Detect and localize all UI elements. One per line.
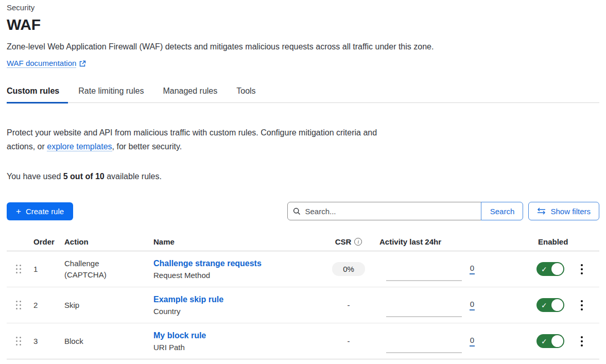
info-icon[interactable]: i: [354, 238, 362, 246]
table-row: 3 Block My block rule URI Path - 0 ✓: [7, 323, 599, 359]
table-row: 2 Skip Example skip rule Country - 0 ✓: [7, 287, 599, 323]
csr-value: -: [348, 301, 350, 309]
toolbar: + Create rule Search: [7, 202, 599, 220]
intro-after: , for better security.: [112, 142, 182, 151]
activity-count-link[interactable]: 0: [470, 336, 475, 346]
rule-order: 1: [33, 265, 64, 273]
tab-bar: Custom rules Rate limiting rules Managed…: [7, 86, 599, 103]
col-csr: CSR: [335, 237, 352, 246]
breadcrumb: Security: [7, 3, 599, 12]
kebab-menu-icon[interactable]: [577, 298, 587, 313]
rule-name-link[interactable]: Challenge strange requests: [153, 259, 318, 268]
toggle-knob: [551, 335, 563, 347]
rule-match-field: URI Path: [153, 343, 318, 352]
col-activity: Activity last 24hr: [379, 237, 482, 246]
activity-sparkline: [386, 257, 462, 281]
rule-action: Block: [64, 336, 118, 347]
waf-page: Security WAF Zone-level Web Application …: [0, 0, 606, 359]
search-icon: [293, 207, 301, 215]
col-action: Action: [64, 237, 153, 246]
tab-managed-rules[interactable]: Managed rules: [163, 86, 226, 102]
rule-match-field: Country: [153, 307, 318, 316]
rule-match-field: Request Method: [153, 271, 318, 280]
rule-order: 2: [33, 301, 64, 309]
col-order: Order: [33, 237, 64, 246]
usage-prefix: You have used: [7, 172, 63, 181]
table-row: 1 Challenge (CAPTCHA) Challenge strange …: [7, 251, 599, 287]
enabled-toggle[interactable]: ✓: [536, 262, 564, 276]
waf-documentation-link[interactable]: WAF documentation: [7, 59, 76, 68]
rule-action: Challenge (CAPTCHA): [64, 258, 118, 281]
usage-suffix: available rules.: [105, 172, 162, 181]
activity-sparkline: [386, 330, 462, 353]
plus-icon: +: [16, 207, 21, 216]
explore-templates-link[interactable]: explore templates: [47, 142, 112, 151]
toggle-knob: [551, 299, 563, 311]
search-box: [287, 202, 481, 220]
enabled-toggle[interactable]: ✓: [536, 334, 564, 348]
usage-text: You have used 5 out of 10 available rule…: [7, 172, 599, 181]
enabled-toggle[interactable]: ✓: [536, 298, 564, 312]
toggle-knob: [551, 263, 563, 275]
search-input[interactable]: [305, 207, 476, 216]
page-title: WAF: [7, 16, 599, 33]
create-rule-label: Create rule: [26, 207, 64, 216]
table-header: Order Action Name CSR i Activity last 24…: [7, 233, 599, 251]
check-icon: ✓: [541, 265, 547, 273]
kebab-menu-icon[interactable]: [577, 334, 587, 349]
rule-order: 3: [33, 337, 64, 345]
csr-value: 0%: [332, 262, 365, 276]
show-filters-button[interactable]: Show filters: [528, 202, 599, 220]
check-icon: ✓: [541, 301, 547, 309]
kebab-menu-icon[interactable]: [577, 262, 587, 276]
rules-table-body: 1 Challenge (CAPTCHA) Challenge strange …: [7, 251, 599, 359]
drag-handle-icon[interactable]: [16, 301, 33, 310]
rule-name-link[interactable]: My block rule: [153, 331, 318, 340]
tab-custom-rules[interactable]: Custom rules: [7, 86, 68, 102]
page-description: Zone-level Web Application Firewall (WAF…: [7, 42, 599, 51]
swap-arrows-icon: [537, 207, 546, 215]
csr-value: -: [348, 337, 350, 345]
tab-tools[interactable]: Tools: [236, 86, 264, 102]
activity-sparkline: [386, 293, 462, 317]
intro-text: Protect your website and API from malici…: [7, 126, 390, 153]
create-rule-button[interactable]: + Create rule: [7, 202, 73, 220]
drag-handle-icon[interactable]: [16, 337, 33, 346]
usage-count: 5 out of 10: [63, 172, 105, 181]
drag-handle-icon[interactable]: [16, 265, 33, 274]
activity-count-link[interactable]: 0: [470, 264, 475, 274]
col-name: Name: [153, 237, 318, 246]
check-icon: ✓: [541, 337, 547, 345]
search-button[interactable]: Search: [481, 202, 523, 220]
col-enabled: Enabled: [538, 237, 564, 246]
rule-action: Skip: [64, 300, 118, 311]
tab-rate-limiting-rules[interactable]: Rate limiting rules: [78, 86, 152, 102]
rule-name-link[interactable]: Example skip rule: [153, 295, 318, 304]
show-filters-label: Show filters: [550, 207, 591, 216]
external-link-icon: [79, 60, 86, 67]
activity-count-link[interactable]: 0: [470, 300, 475, 310]
